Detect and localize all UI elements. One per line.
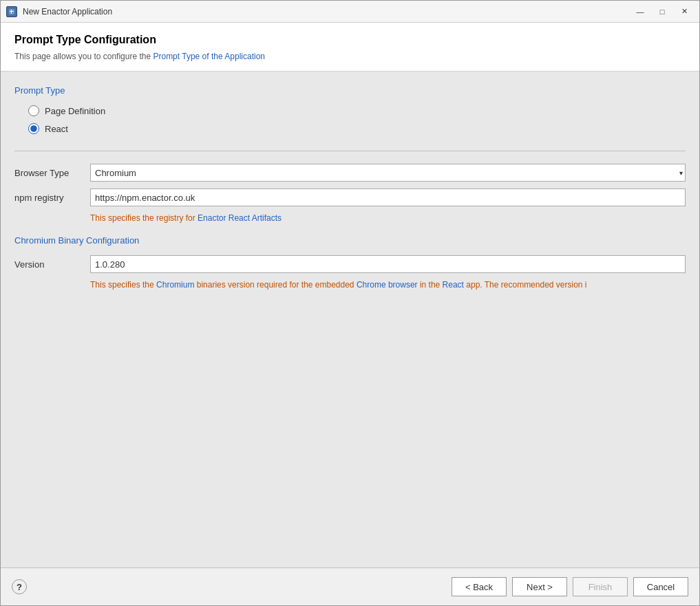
cancel-button[interactable]: Cancel — [633, 577, 688, 596]
app-icon — [6, 6, 17, 17]
page-definition-label: Page Definition — [45, 106, 105, 116]
maximize-button[interactable]: □ — [653, 3, 672, 20]
window-controls: — □ ✕ — [630, 3, 694, 20]
finish-button[interactable]: Finish — [573, 577, 628, 596]
chromium-hint-prefix: This specifies the — [90, 280, 156, 290]
description-link: Prompt Type of the Application — [153, 52, 265, 61]
chromium-config-title: Chromium Binary Configuration — [14, 235, 686, 246]
chromium-hint-link2: Chrome browser — [357, 280, 418, 290]
footer-left: ? — [12, 579, 452, 594]
page-definition-option[interactable]: Page Definition — [28, 105, 686, 116]
title-bar: New Enactor Application — □ ✕ — [1, 1, 699, 23]
minimize-button[interactable]: — — [630, 3, 650, 20]
page-description: This page allows you to configure the Pr… — [14, 52, 686, 61]
npm-registry-row: npm registry https://npm.enactor.co.uk — [14, 188, 686, 206]
back-button[interactable]: < Back — [452, 577, 507, 596]
chromium-hint: This specifies the Chromium binaries ver… — [90, 280, 686, 290]
react-option[interactable]: React — [28, 123, 686, 134]
close-button[interactable]: ✕ — [675, 3, 694, 20]
chromium-hint-mid2: in the — [418, 280, 443, 290]
browser-type-row: Browser Type Chromium Firefox Edge ▾ — [14, 164, 686, 182]
react-label: React — [45, 124, 68, 134]
browser-type-select-wrapper: Chromium Firefox Edge ▾ — [90, 164, 686, 182]
npm-hint-link: Enactor React Artifacts — [198, 213, 282, 223]
version-input[interactable]: 1.0.280 — [90, 255, 686, 273]
prompt-type-section-label: Prompt Type — [14, 85, 686, 96]
page-title: Prompt Type Configuration — [14, 34, 686, 46]
window-title: New Enactor Application — [23, 7, 630, 17]
svg-rect-2 — [11, 10, 12, 14]
npm-hint-prefix: This specifies the registry for — [90, 213, 198, 223]
page-definition-radio[interactable] — [28, 105, 39, 116]
react-radio[interactable] — [28, 123, 39, 134]
footer: ? < Back Next > Finish Cancel — [1, 567, 699, 605]
version-label: Version — [14, 259, 90, 270]
prompt-type-radio-group: Page Definition React — [28, 105, 686, 134]
separator-1 — [14, 151, 686, 151]
chromium-hint-mid3: app. The recommended version i — [464, 280, 587, 290]
application-window: New Enactor Application — □ ✕ Prompt Typ… — [0, 0, 700, 606]
npm-registry-label: npm registry — [14, 193, 90, 203]
browser-type-label: Browser Type — [14, 168, 90, 178]
header-section: Prompt Type Configuration This page allo… — [1, 23, 699, 72]
description-prefix: This page allows you to configure the — [14, 52, 153, 61]
content-area: Prompt Type Page Definition React Browse… — [1, 72, 699, 567]
next-button[interactable]: Next > — [512, 577, 567, 596]
chromium-hint-mid1: binaries version required for the embedd… — [194, 280, 356, 290]
npm-registry-hint: This specifies the registry for Enactor … — [90, 213, 686, 223]
footer-right: < Back Next > Finish Cancel — [452, 577, 688, 596]
chromium-hint-link3: React — [443, 280, 464, 290]
help-button[interactable]: ? — [12, 579, 27, 594]
npm-registry-input[interactable]: https://npm.enactor.co.uk — [90, 188, 686, 206]
version-row: Version 1.0.280 — [14, 255, 686, 273]
browser-type-select[interactable]: Chromium Firefox Edge — [90, 164, 686, 182]
chromium-hint-link1: Chromium — [156, 280, 194, 290]
